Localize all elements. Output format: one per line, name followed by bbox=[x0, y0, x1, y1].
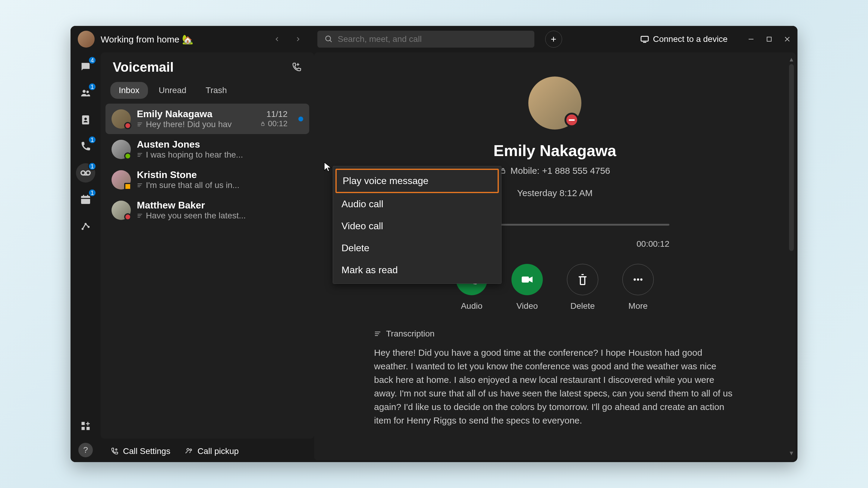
voicemail-preview: I'm sure that all of us in... bbox=[137, 181, 303, 190]
search-input[interactable] bbox=[338, 34, 527, 44]
nav-bottom: ? bbox=[76, 416, 95, 457]
nav-contacts[interactable] bbox=[76, 110, 95, 130]
voicemail-name: Matthew Baker bbox=[137, 200, 303, 211]
scrollbar[interactable]: ▲ ▼ bbox=[788, 56, 795, 457]
calendar-badge: 1 bbox=[88, 189, 96, 197]
settings-call-icon bbox=[110, 447, 119, 455]
voicemail-duration: 00:12 bbox=[260, 119, 287, 128]
voicemail-preview: Hey there! Did you hav bbox=[137, 120, 254, 129]
app-window: Working from home 🏡 + Connect to a devic… bbox=[70, 26, 798, 462]
scroll-track[interactable] bbox=[789, 64, 794, 251]
voicemail-list: Emily Nakagawa Hey there! Did you hav 11… bbox=[105, 104, 309, 434]
nav-arrows bbox=[271, 33, 304, 45]
voicemail-preview: I was hoping to hear the... bbox=[137, 150, 303, 160]
nav-chat[interactable]: 4 bbox=[76, 57, 95, 76]
tab-inbox[interactable]: Inbox bbox=[110, 82, 148, 99]
contact-phone: Mobile: +1 888 555 4756 bbox=[499, 166, 610, 176]
tabs: Inbox Unread Trash bbox=[105, 82, 309, 104]
voicemail-item[interactable]: Kristin Stone I'm sure that all of us in… bbox=[105, 164, 309, 195]
delete-label: Delete bbox=[570, 301, 595, 311]
transcript-icon bbox=[137, 121, 143, 127]
transcription-label: Transcription bbox=[386, 329, 435, 338]
delete-button[interactable] bbox=[567, 264, 598, 295]
svg-rect-9 bbox=[81, 196, 90, 204]
call-settings-link[interactable]: Call Settings bbox=[110, 447, 170, 456]
scroll-down-button[interactable]: ▼ bbox=[788, 450, 795, 457]
voicemail-timestamp: Yesterday 8:12 AM bbox=[517, 188, 593, 198]
call-pickup-label: Call pickup bbox=[197, 447, 239, 456]
scroll-up-button[interactable]: ▲ bbox=[788, 56, 795, 63]
nav-help[interactable]: ? bbox=[79, 443, 93, 457]
nav-voicemail[interactable]: 1 bbox=[76, 163, 95, 183]
svg-point-22 bbox=[633, 278, 636, 281]
voicemail-meta: 11/12 00:12 bbox=[260, 109, 287, 128]
svg-rect-21 bbox=[522, 276, 529, 283]
tab-trash[interactable]: Trash bbox=[197, 82, 236, 99]
make-call-button[interactable] bbox=[291, 62, 302, 73]
nav-calls[interactable]: 1 bbox=[76, 137, 95, 156]
new-button[interactable]: + bbox=[545, 31, 562, 47]
transcription-section: Transcription Hey there! Did you have a … bbox=[374, 329, 736, 427]
svg-rect-20 bbox=[501, 170, 505, 173]
nav-activity[interactable] bbox=[76, 216, 95, 235]
avatar bbox=[112, 170, 131, 190]
voicemail-badge: 1 bbox=[88, 162, 96, 170]
audio-label: Audio bbox=[461, 301, 483, 311]
minimize-button[interactable] bbox=[748, 36, 754, 42]
svg-point-17 bbox=[116, 449, 117, 450]
user-avatar[interactable] bbox=[78, 31, 95, 47]
transcript-icon bbox=[374, 330, 381, 337]
voicemail-item[interactable]: Austen Jones I was hoping to hear the... bbox=[105, 134, 309, 164]
video-call-button[interactable] bbox=[512, 264, 543, 295]
menu-video-call[interactable]: Video call bbox=[336, 215, 499, 237]
menu-delete[interactable]: Delete bbox=[336, 237, 499, 259]
more-button[interactable] bbox=[622, 264, 654, 295]
voicemail-list-panel: Voicemail Inbox Unread Trash bbox=[101, 53, 314, 438]
svg-point-23 bbox=[637, 278, 639, 281]
user-status[interactable]: Working from home 🏡 bbox=[101, 34, 193, 44]
call-pickup-link[interactable]: Call pickup bbox=[185, 447, 239, 456]
back-button[interactable] bbox=[271, 33, 283, 45]
forward-button[interactable] bbox=[292, 33, 304, 45]
voicemail-item[interactable]: Matthew Baker Have you seen the latest..… bbox=[105, 195, 309, 225]
connect-device[interactable]: Connect to a device bbox=[640, 34, 728, 44]
svg-point-0 bbox=[326, 36, 330, 41]
voicemail-item[interactable]: Emily Nakagawa Hey there! Did you hav 11… bbox=[105, 104, 309, 134]
search-icon bbox=[324, 35, 333, 43]
svg-point-3 bbox=[83, 90, 86, 93]
maximize-button[interactable] bbox=[766, 36, 772, 42]
svg-rect-13 bbox=[82, 422, 85, 425]
nav-apps[interactable] bbox=[76, 416, 95, 435]
unread-indicator bbox=[299, 117, 303, 121]
bottom-bar: Call Settings Call pickup bbox=[101, 441, 314, 462]
menu-play-voice-message[interactable]: Play voice message bbox=[336, 169, 499, 193]
close-button[interactable] bbox=[784, 36, 790, 42]
voicemail-preview: Have you seen the latest... bbox=[137, 211, 303, 221]
tab-unread[interactable]: Unread bbox=[150, 82, 195, 99]
contact-avatar[interactable] bbox=[528, 76, 581, 130]
nav-teams[interactable]: 1 bbox=[76, 84, 95, 103]
presence-away-icon bbox=[124, 183, 131, 190]
menu-mark-as-read[interactable]: Mark as read bbox=[336, 259, 499, 281]
transcript-icon bbox=[137, 213, 143, 219]
nav-calendar[interactable]: 1 bbox=[76, 190, 95, 209]
transcription-text: Hey there! Did you have a good time at t… bbox=[374, 346, 736, 427]
context-menu: Play voice message Audio call Video call… bbox=[333, 166, 501, 284]
action-delete-col: Delete bbox=[567, 264, 598, 311]
voicemail-content: Kristin Stone I'm sure that all of us in… bbox=[137, 169, 303, 190]
more-label: More bbox=[628, 301, 648, 311]
presence-dnd-icon bbox=[124, 122, 131, 129]
svg-rect-16 bbox=[261, 123, 264, 126]
lock-icon bbox=[260, 121, 266, 127]
nav-rail: 4 1 1 1 1 bbox=[70, 53, 101, 462]
search-bar[interactable] bbox=[317, 31, 534, 47]
voicemail-content: Austen Jones I was hoping to hear the... bbox=[137, 139, 303, 160]
menu-audio-call[interactable]: Audio call bbox=[336, 193, 499, 215]
video-label: Video bbox=[516, 301, 538, 311]
svg-point-24 bbox=[640, 278, 642, 281]
voicemail-name: Emily Nakagawa bbox=[137, 108, 254, 120]
voicemail-name: Austen Jones bbox=[137, 139, 303, 150]
presence-dnd-icon bbox=[124, 213, 131, 221]
voicemail-content: Emily Nakagawa Hey there! Did you hav bbox=[137, 108, 254, 129]
svg-point-6 bbox=[84, 118, 87, 120]
